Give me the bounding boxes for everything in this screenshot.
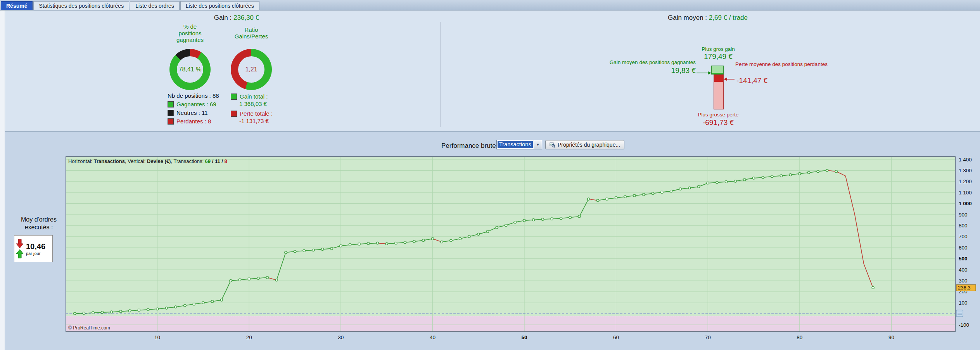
svg-text:50: 50 xyxy=(521,334,527,340)
total-loss-swatch xyxy=(231,111,237,117)
tab-resume[interactable]: Résumé xyxy=(1,1,33,10)
svg-text:80: 80 xyxy=(797,334,802,340)
tab-closed-positions-statistics[interactable]: Statistiques des positions clôturées xyxy=(33,1,129,10)
max-loss-label: Plus grosse perte xyxy=(679,112,757,118)
svg-text:1 200: 1 200 xyxy=(959,178,972,184)
svg-text:90: 90 xyxy=(888,334,894,340)
ratio-value: 1,21 xyxy=(245,66,257,73)
legend-item-neutral: Neutres : 11 xyxy=(168,109,219,116)
neutral-label: Neutres : 11 xyxy=(176,109,208,116)
down-arrow-icon xyxy=(16,239,24,248)
gain-value: 236,30 € xyxy=(233,14,259,21)
svg-text:300: 300 xyxy=(959,278,968,284)
chart-info-part: Devise (€) xyxy=(147,158,171,164)
orders-rate-unit: par jour xyxy=(26,251,45,256)
prorealtime-statistics-window: { "colors": {"accent_blue": "#2b5cc4", "… xyxy=(0,0,980,350)
avg-win-label: Gain moyen des positions gagnantes xyxy=(579,59,696,65)
total-loss-label: Perte totale : xyxy=(240,110,273,117)
svg-text:236,3: 236,3 xyxy=(958,285,971,291)
totals-legend: Gain total : 1 368,03 € Perte totale : -… xyxy=(231,92,273,127)
average-gain-value: 2,69 € / trade xyxy=(709,14,748,21)
chart-copyright: © ProRealTime.com xyxy=(68,325,110,331)
svg-text:10: 10 xyxy=(154,334,160,340)
svg-text:600: 600 xyxy=(959,245,968,251)
total-loss-value: -1 131,73 € xyxy=(239,118,273,124)
svg-text:30: 30 xyxy=(338,334,344,340)
avg-loss-label: Perte moyenne des positions perdantes xyxy=(735,61,863,67)
gain-line: Gain : 236,30 € xyxy=(159,14,314,22)
legend-item-losers: Perdantes : 8 xyxy=(168,118,219,125)
chart-info-part: Horizontal: xyxy=(68,158,94,164)
losers-label: Perdantes : 8 xyxy=(176,118,211,125)
max-gain-bar xyxy=(711,66,724,75)
chart-info-part: , Transactions: xyxy=(171,158,205,164)
svg-text:70: 70 xyxy=(705,334,711,340)
orders-rate-label: Moy d'ordres exécutés : xyxy=(8,216,70,231)
win-rate-value: 78,41 % xyxy=(179,66,202,73)
total-gain-label: Gain total : xyxy=(240,93,268,100)
svg-text:800: 800 xyxy=(959,223,968,229)
svg-text:1 300: 1 300 xyxy=(959,168,972,173)
avg-loss-value: -141,47 € xyxy=(736,76,814,85)
tab-bar: Résumé Statistiques des positions clôtur… xyxy=(0,0,980,10)
gain-label: Gain : xyxy=(214,14,232,21)
chart-info-part: / xyxy=(211,158,215,164)
total-gain-value: 1 368,03 € xyxy=(239,100,273,107)
tab-closed-positions-list[interactable]: Liste des positions clôturées xyxy=(180,1,259,10)
gain-arrow-icon xyxy=(697,71,711,75)
performance-chart[interactable]: 1 4001 3001 2001 1001 000900800700600500… xyxy=(66,156,980,343)
svg-text:60: 60 xyxy=(613,334,619,340)
legend-item-winners: Gagnantes : 69 xyxy=(168,101,219,107)
svg-text:400: 400 xyxy=(959,267,968,273)
left-edge-panel xyxy=(0,10,5,350)
up-arrow-icon xyxy=(16,249,24,258)
loss-arrow-icon xyxy=(724,77,735,81)
win-rate-donut: 78,41 % xyxy=(169,49,211,90)
winners-color-swatch xyxy=(168,101,174,107)
tab-orders-list[interactable]: Liste des ordres xyxy=(130,1,180,10)
chart-mode-select[interactable]: Transactions ▼ xyxy=(496,140,542,149)
positions-legend: Nb de positions : 88 Gagnantes : 69 Neut… xyxy=(168,92,219,125)
average-gain-label: Gain moyen : xyxy=(668,14,707,21)
chart-properties-button[interactable]: Propriétés du graphique... xyxy=(545,140,624,149)
chart-info-part: / xyxy=(220,158,225,164)
average-gain-line: Gain moyen : 2,69 € / trade xyxy=(626,14,789,22)
chart-info-part: , Vertical: xyxy=(125,158,147,164)
svg-text:1 000: 1 000 xyxy=(959,201,972,206)
gain-loss-ratio-donut: 1,21 xyxy=(231,49,272,90)
positions-total: Nb de positions : 88 xyxy=(168,92,219,99)
winners-label: Gagnantes : 69 xyxy=(176,101,216,107)
avg-gain-strip xyxy=(712,73,723,74)
svg-text:40: 40 xyxy=(430,334,436,340)
svg-text:1 400: 1 400 xyxy=(959,157,972,163)
losers-color-swatch xyxy=(168,118,174,125)
chevron-down-icon[interactable]: ▼ xyxy=(534,140,542,149)
ratio-donut-title: Ratio Gains/Pertes xyxy=(218,26,285,40)
summary-stats-panel: Gain : 236,30 € % de positions gagnantes… xyxy=(5,10,980,132)
svg-text:1 100: 1 100 xyxy=(959,190,972,196)
svg-text:100: 100 xyxy=(959,300,968,306)
svg-text:500: 500 xyxy=(959,256,968,262)
orders-rate-box: 10,46 par jour xyxy=(14,235,53,262)
win-donut-title: % de positions gagnantes xyxy=(157,23,223,43)
orders-rate-value: 10,46 xyxy=(26,242,45,251)
chart-info-part: 8 xyxy=(225,158,227,164)
neutral-color-swatch xyxy=(168,110,174,116)
max-loss-value: -691,73 € xyxy=(679,118,757,127)
chart-mode-selected-value[interactable]: Transactions xyxy=(498,141,533,148)
chart-info-part: 11 xyxy=(215,158,220,164)
svg-text:900: 900 xyxy=(959,212,968,218)
max-gain-label: Plus gros gain xyxy=(679,46,757,52)
chart-info-line: Horizontal: Transactions, Vertical: Devi… xyxy=(68,158,227,164)
chart-properties-label: Propriétés du graphique... xyxy=(558,142,620,148)
svg-text:700: 700 xyxy=(959,234,968,239)
chart-info-part: 69 xyxy=(205,158,211,164)
avg-win-value: 19,83 € xyxy=(579,66,696,75)
stats-divider xyxy=(441,22,441,127)
svg-text:-100: -100 xyxy=(959,322,969,328)
chart-info-part: Transactions xyxy=(94,158,125,164)
total-gain-swatch xyxy=(231,94,237,100)
avg-loss-strip xyxy=(714,75,723,82)
max-loss-bar xyxy=(714,75,724,109)
magnifier-icon xyxy=(550,142,555,148)
